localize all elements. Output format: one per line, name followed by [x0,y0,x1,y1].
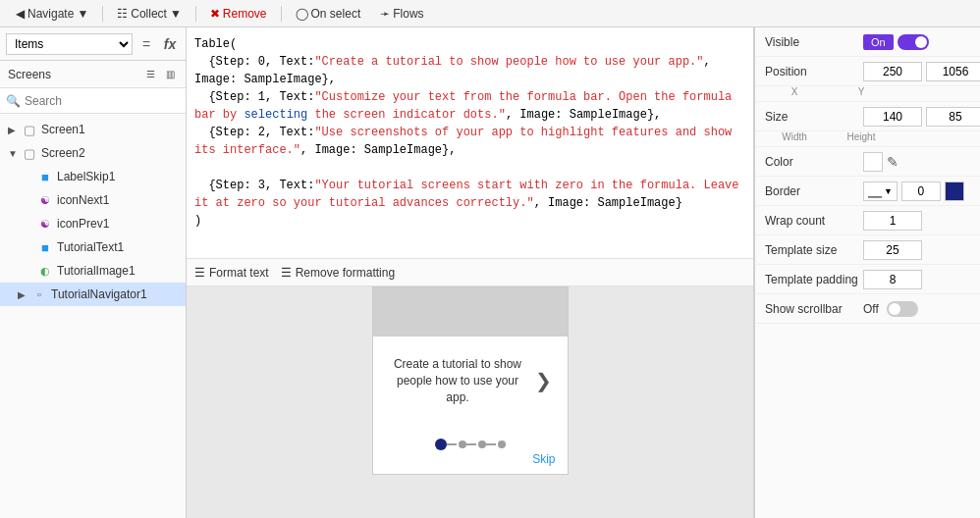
tree-item-iconprev1[interactable]: ☯ iconPrev1 [0,212,186,235]
screen-icon: ▢ [22,122,37,137]
size-height-input[interactable] [926,107,980,127]
prop-template-padding: Template padding [755,265,980,294]
canvas-area: Create a tutorial to show people how to … [187,286,753,518]
screens-header: Screens ☰ ▥ [0,61,186,88]
formula-line-table: Table( [194,35,745,53]
position-x-input[interactable] [863,62,922,81]
expand-arrow-screen2: ▼ [8,148,22,159]
remove-formatting-icon: ☰ [281,266,292,280]
remove-icon: ✖ [210,7,220,21]
items-bar: Items = fx [0,27,186,61]
border-style-select[interactable]: ⎯⎯ ▼ [863,181,898,201]
screen-icon-2: ▢ [22,145,37,161]
wrap-count-input[interactable] [863,211,922,231]
collect-button[interactable]: ☷ Collect ▼ [109,5,190,23]
prop-size: Size [755,102,980,131]
wrap-count-value [863,211,970,231]
dot-2[interactable] [478,440,486,448]
template-size-value [863,240,970,260]
separator-2 [195,6,196,22]
formula-toolbar: ☰ Format text ☰ Remove formatting [187,259,753,286]
visible-toggle[interactable] [898,34,929,50]
collect-chevron-icon: ▼ [170,7,182,21]
canvas-tutorial-text: Create a tutorial to show people how to … [389,356,527,405]
position-y-input[interactable] [926,62,980,81]
search-input[interactable] [25,94,180,108]
screen1-label: Screen1 [41,123,85,136]
tree-item-tutorialimage1[interactable]: ◐ TutorialImage1 [0,259,186,283]
properties-panel: Visible On Position X Y Size [754,27,980,518]
format-text-button[interactable]: ☰ Format text [194,266,269,280]
search-icon: 🔍 [6,94,21,108]
border-line: ⎯⎯ [868,184,882,198]
grid-view-icon[interactable]: ▥ [162,67,178,82]
component-icon-2: ☯ [37,216,53,232]
on-select-button[interactable]: ◯ On select [288,5,369,23]
prop-visible: Visible On [755,27,980,57]
tutorialnavigator1-label: TutorialNavigator1 [51,287,147,301]
color-expand-icon[interactable]: ✎ [887,154,898,170]
dot-3[interactable] [498,440,506,448]
formula-line-2: {Step: 2, Text:"Use screenshots of your … [194,124,745,159]
items-dropdown[interactable]: Items [6,33,133,55]
size-width-input[interactable] [863,107,922,127]
prop-wrap-count: Wrap count [755,206,980,235]
dot-1[interactable] [459,440,466,448]
navigate-button[interactable]: ◀ Navigate ▼ [8,5,96,23]
label-icon: ■ [37,169,53,184]
tree-item-tutorialtext1[interactable]: ■ TutorialText1 [0,235,186,259]
tree-item-labelskip1[interactable]: ■ LabelSkip1 [0,165,186,188]
screens-icons: ☰ ▥ [142,67,178,82]
remove-button[interactable]: ✖ Remove [202,5,275,23]
flows-button[interactable]: ➛ Flows [372,5,431,23]
dots-svg [431,435,510,454]
tree-item-screen2[interactable]: ▼ ▢ Screen2 [0,141,186,165]
iconprev1-label: iconPrev1 [57,217,109,231]
color-value: ✎ [863,152,970,172]
canvas-image [373,287,568,337]
formula-line-close: ) [194,212,745,230]
canvas-skip-button[interactable]: Skip [532,452,555,466]
formula-line-0: {Step: 0, Text:"Create a tutorial to sho… [194,53,745,88]
tree: ▶ ▢ Screen1 ▼ ▢ Screen2 ■ LabelSkip1 ☯ i… [0,114,186,518]
navigate-chevron-icon: ▼ [77,7,88,21]
template-size-input[interactable] [863,240,922,260]
remove-formatting-button[interactable]: ☰ Remove formatting [281,266,395,280]
canvas-arrow-icon[interactable]: ❯ [535,369,552,392]
tutorialimage1-label: TutorialImage1 [57,264,136,278]
equals-button[interactable]: = [136,34,156,54]
position-value [863,62,980,81]
x-sub-label: X [765,86,824,97]
list-view-icon[interactable]: ☰ [142,67,158,82]
canvas-frame: Create a tutorial to show people how to … [372,286,569,475]
expand-arrow-nav: ▶ [18,289,31,300]
y-sub-label: Y [832,86,891,97]
left-panel: Items = fx Screens ☰ ▥ 🔍 ▶ ▢ Screen1 [0,27,187,518]
tree-item-screen1[interactable]: ▶ ▢ Screen1 [0,118,186,141]
wrap-count-label: Wrap count [765,214,863,228]
border-width-input[interactable] [901,181,941,201]
iconnext1-label: iconNext1 [57,193,109,207]
show-scrollbar-toggle[interactable] [887,301,918,317]
border-value: ⎯⎯ ▼ [863,181,970,201]
tree-item-tutorialnavigator1[interactable]: ▶ ▫ TutorialNavigator1 [0,283,186,306]
screens-label: Screens [8,68,142,81]
visible-value: On [863,34,970,50]
formula-line-blank [194,159,745,177]
collect-icon: ☷ [117,7,128,21]
prop-position: Position [755,57,980,86]
expand-arrow: ▶ [8,125,22,135]
border-chevron: ▼ [884,186,893,196]
tree-item-iconnext1[interactable]: ☯ iconNext1 [0,188,186,212]
canvas-content: Create a tutorial to show people how to … [373,337,568,425]
dot-0[interactable] [435,439,447,450]
template-padding-input[interactable] [863,270,922,289]
separator-1 [102,6,103,22]
template-padding-label: Template padding [765,273,863,286]
color-swatch[interactable] [863,152,883,172]
prop-color: Color ✎ [755,147,980,177]
border-color-swatch[interactable] [945,181,964,201]
color-label: Color [765,155,863,169]
formula-editor[interactable]: Table( {Step: 0, Text:"Create a tutorial… [187,27,753,259]
fx-button[interactable]: fx [160,34,180,54]
